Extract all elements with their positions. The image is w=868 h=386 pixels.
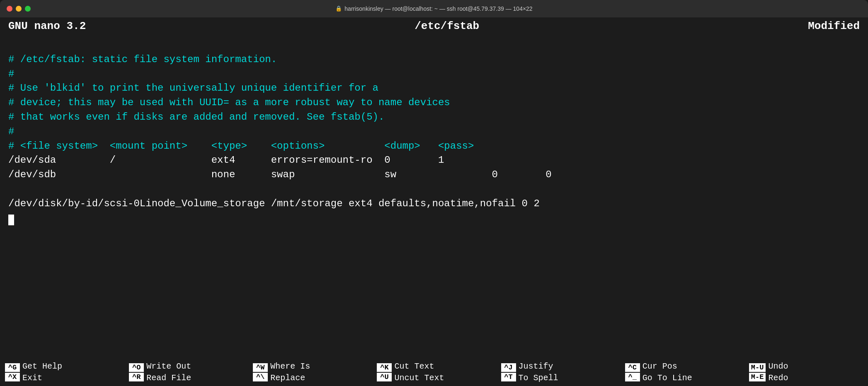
key-ctrl-o: ^O [129,363,144,372]
shortcut-label-undo: Undo Redo [768,361,788,384]
shortcut-undo[interactable]: M-U M-E Undo Redo [744,360,868,384]
window-title: harrisonkinsley — root@localhost: ~ — ss… [344,5,532,12]
shortcut-justify[interactable]: ^J ^T Justify To Spell [496,360,620,384]
shortcut-bar: ^G ^X Get Help Exit ^O ^R Write Out Read… [0,355,868,386]
key-ctrl-backslash: ^\ [253,373,268,381]
key-ctrl-underscore: ^_ [625,373,640,381]
label-cut-text: Cut Text [394,361,444,372]
title-bar: 🔒 harrisonkinsley — root@localhost: ~ — … [0,0,868,17]
shortcut-label-help: Get Help Exit [22,361,62,384]
editor-line: /dev/disk/by-id/scsi-0Linode_Volume_stor… [8,198,540,209]
nano-header: GNU nano 3.2 /etc/fstab Modified [0,17,868,35]
label-replace: Replace [270,373,310,384]
key-ctrl-u: ^U [377,373,392,381]
shortcut-keys-justify: ^J ^T [501,363,516,381]
editor-line: # <file system> <mount point> <type> <op… [8,140,474,152]
editor-line: # [8,126,14,137]
label-justify: Justify [519,361,558,372]
file-name: /etc/fstab [415,20,479,32]
shortcut-where-is[interactable]: ^W ^\ Where Is Replace [248,360,372,384]
shortcut-cur-pos[interactable]: ^C ^_ Cur Pos Go To Line [620,360,744,384]
cursor [8,215,14,225]
label-read-file: Read File [146,373,191,384]
shortcut-cut-text[interactable]: ^K ^U Cut Text Uncut Text [372,360,496,384]
key-m-e: M-E [749,373,766,381]
label-where-is: Where Is [270,361,310,372]
nano-version: GNU nano 3.2 [8,20,86,32]
label-go-to-line: Go To Line [643,373,692,384]
label-get-help: Get Help [22,361,62,372]
key-ctrl-k: ^K [377,363,392,372]
label-exit: Exit [22,373,62,384]
shortcut-keys-cur: ^C ^_ [625,363,640,381]
close-button[interactable] [7,6,12,12]
lock-icon: 🔒 [335,5,342,12]
key-m-u: M-U [749,363,766,372]
editor-line: # /etc/fstab: static file system informa… [8,54,277,65]
modified-status: Modified [808,20,860,32]
shortcut-label-cur: Cur Pos Go To Line [643,361,692,384]
editor-area[interactable]: # /etc/fstab: static file system informa… [0,35,868,355]
editor-line: /dev/sda / ext4 errors=remount-ro 0 1 [8,154,444,166]
shortcut-keys-write: ^O ^R [129,363,144,381]
traffic-lights [7,6,31,12]
editor-line: # that works even if disks are added and… [8,111,384,123]
shortcut-keys-cut: ^K ^U [377,363,392,381]
editor-line: /dev/sdb none swap sw 0 0 [8,169,552,180]
shortcut-get-help[interactable]: ^G ^X Get Help Exit [0,360,124,384]
label-to-spell: To Spell [519,373,558,384]
key-ctrl-c: ^C [625,363,640,372]
minimize-button[interactable] [16,6,22,12]
label-cur-pos: Cur Pos [643,361,692,372]
maximize-button[interactable] [25,6,31,12]
shortcut-label-where: Where Is Replace [270,361,310,384]
shortcut-label-justify: Justify To Spell [519,361,558,384]
label-write-out: Write Out [146,361,191,372]
label-uncut-text: Uncut Text [394,373,444,384]
shortcut-label-write: Write Out Read File [146,361,191,384]
shortcut-write-out[interactable]: ^O ^R Write Out Read File [124,360,248,384]
key-ctrl-t: ^T [501,373,516,381]
label-redo: Redo [768,373,788,384]
editor-line: # Use 'blkid' to print the universally u… [8,82,378,94]
shortcut-keys-undo: M-U M-E [749,363,766,381]
terminal-window: 🔒 harrisonkinsley — root@localhost: ~ — … [0,0,868,386]
shortcut-label-cut: Cut Text Uncut Text [394,361,444,384]
editor-line: # device; this may be used with UUID= as… [8,97,450,108]
key-ctrl-x: ^X [5,373,20,381]
label-undo: Undo [768,361,788,372]
shortcut-keys-help: ^G ^X [5,363,20,381]
key-ctrl-r: ^R [129,373,144,381]
key-ctrl-g: ^G [5,363,20,372]
shortcut-keys-where: ^W ^\ [253,363,268,381]
editor-line: # [8,68,14,80]
key-ctrl-j: ^J [501,363,516,372]
shortcut-row: ^G ^X Get Help Exit ^O ^R Write Out Read… [0,359,868,386]
key-ctrl-w: ^W [253,363,268,372]
